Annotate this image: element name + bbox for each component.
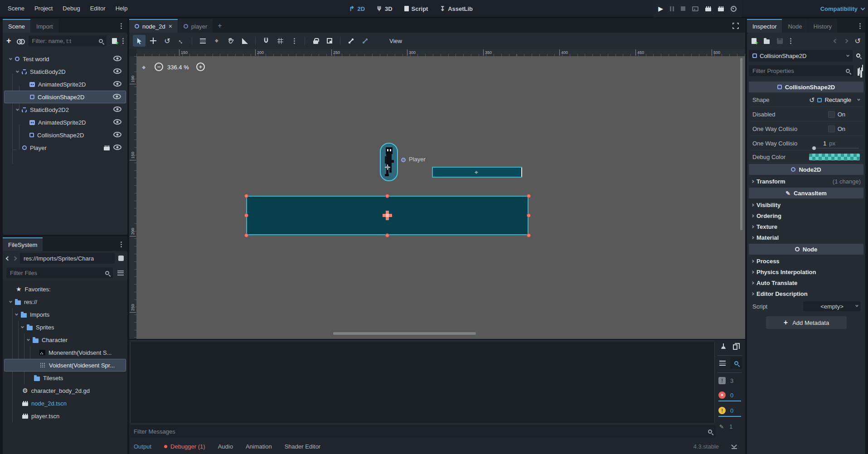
shape-handle[interactable] bbox=[527, 213, 531, 217]
save-resource-button[interactable] bbox=[777, 38, 783, 44]
tab-assetlib[interactable]: ↧AssetLib bbox=[440, 5, 473, 12]
play-current-scene-button[interactable] bbox=[705, 6, 711, 11]
disabled-checkbox[interactable] bbox=[828, 111, 835, 118]
tab-node[interactable]: Node bbox=[782, 19, 807, 33]
tab-scene[interactable]: Scene bbox=[3, 19, 30, 33]
tree-row-test-world[interactable]: Test world bbox=[4, 53, 126, 65]
tab-node2d-scene[interactable]: node_2d × bbox=[129, 19, 178, 33]
group-material[interactable]: Material bbox=[749, 232, 863, 243]
group-physics-interpolation[interactable]: Physics Interpolation bbox=[749, 266, 863, 277]
fs-row-voidsent-selected[interactable]: Voidsent(Voidesent Spr... bbox=[4, 359, 126, 372]
tree-row-collisionshape2d-2[interactable]: CollisionShape2D bbox=[4, 129, 126, 141]
sort-files-icon[interactable] bbox=[117, 270, 124, 275]
center-view-icon[interactable]: ⌖ bbox=[142, 63, 145, 72]
skeleton-bone-icon[interactable] bbox=[344, 35, 357, 47]
canvas[interactable]: ⌖ − 336.4 % + bbox=[136, 56, 745, 339]
skeleton-options-icon[interactable] bbox=[359, 35, 371, 47]
dock-menu-icon[interactable] bbox=[121, 25, 122, 27]
collapse-chevron-icon[interactable] bbox=[9, 57, 12, 60]
pause-button[interactable] bbox=[670, 6, 674, 11]
tab-import[interactable]: Import bbox=[31, 19, 58, 33]
toggle-split-mode-button[interactable] bbox=[118, 256, 124, 261]
group-editor-description[interactable]: Editor Description bbox=[749, 288, 863, 299]
ruler-tool[interactable] bbox=[238, 35, 251, 47]
zoom-out-button[interactable]: − bbox=[155, 63, 163, 71]
chevron-down-icon[interactable] bbox=[857, 98, 860, 101]
tree-row-staticbody2d2[interactable]: StaticBody2D2 bbox=[4, 103, 126, 116]
movie-maker-icon[interactable] bbox=[731, 6, 737, 12]
fs-row-imports[interactable]: Imports bbox=[4, 308, 126, 321]
collapse-chevron-icon[interactable] bbox=[27, 338, 30, 341]
margin-value[interactable]: 1 bbox=[823, 140, 826, 147]
select-tool[interactable] bbox=[133, 35, 145, 47]
collapse-chevron-icon[interactable] bbox=[15, 312, 18, 315]
collapse-duplicates-icon[interactable] bbox=[719, 361, 726, 366]
fs-row-sprites[interactable]: Sprites bbox=[4, 321, 126, 333]
nav-forward-icon[interactable] bbox=[13, 256, 17, 261]
stop-button[interactable] bbox=[681, 6, 685, 11]
view-menu[interactable]: View bbox=[385, 36, 407, 46]
visibility-eye-icon[interactable] bbox=[113, 145, 121, 150]
smart-snap-toggle[interactable] bbox=[260, 35, 272, 47]
object-history-icon[interactable]: ↺ bbox=[855, 37, 861, 45]
visibility-eye-icon[interactable] bbox=[113, 81, 121, 87]
error-count-toggle[interactable]: ✕0 bbox=[718, 391, 741, 401]
tab-player-scene[interactable]: player bbox=[178, 19, 213, 33]
search-toggle-active[interactable] bbox=[730, 357, 742, 369]
fs-row-player-tscn[interactable]: player.tscn bbox=[4, 410, 126, 422]
scene-filter-input[interactable]: Filter: name, t:t bbox=[29, 35, 107, 46]
open-docs-icon[interactable] bbox=[856, 52, 863, 59]
rotate-tool[interactable]: ↺ bbox=[161, 35, 174, 47]
tab-output[interactable]: Output bbox=[134, 443, 151, 450]
dock-menu-icon[interactable] bbox=[121, 244, 122, 245]
tree-row-animatedsprite2d[interactable]: AnimatedSprite2D bbox=[4, 78, 126, 91]
nav-back-icon[interactable] bbox=[6, 256, 10, 261]
tab-script[interactable]: Script bbox=[404, 5, 428, 12]
tab-inspector[interactable]: Inspector bbox=[747, 19, 782, 33]
visibility-eye-icon[interactable] bbox=[113, 94, 121, 99]
object-selector-dropdown[interactable]: CollisionShape2D bbox=[749, 50, 853, 62]
player-capsule-shape[interactable] bbox=[380, 143, 398, 181]
move-tool[interactable] bbox=[147, 35, 160, 47]
group-visibility[interactable]: Visibility bbox=[749, 199, 863, 210]
clear-messages-icon[interactable] bbox=[720, 343, 727, 350]
shape-handle[interactable] bbox=[385, 194, 389, 198]
shape-handle[interactable] bbox=[244, 233, 248, 237]
menu-debug[interactable]: Debug bbox=[58, 0, 85, 17]
group-ordering[interactable]: Ordering bbox=[749, 210, 863, 221]
new-resource-button[interactable] bbox=[752, 38, 756, 44]
group-process[interactable]: Process bbox=[749, 256, 863, 266]
instance-scene-button[interactable] bbox=[17, 39, 23, 43]
revert-icon[interactable]: ↺ bbox=[809, 96, 815, 104]
horizontal-scrollbar[interactable] bbox=[333, 332, 476, 335]
group-selected-button[interactable] bbox=[323, 35, 336, 47]
script-dropdown[interactable]: <empty> bbox=[803, 301, 861, 311]
dock-menu-icon[interactable] bbox=[859, 25, 861, 27]
collapse-chevron-icon[interactable] bbox=[16, 107, 19, 111]
add-node-button[interactable]: + bbox=[6, 36, 11, 46]
renderer-selector[interactable]: Compatibility bbox=[820, 0, 864, 17]
history-back-icon[interactable] bbox=[833, 39, 838, 43]
property-tools-icon[interactable] bbox=[858, 68, 863, 74]
add-metadata-button[interactable]: + Add Metadata bbox=[766, 316, 847, 329]
tab-3d[interactable]: ⋔3D bbox=[377, 5, 392, 12]
one-way-collision-checkbox[interactable] bbox=[828, 126, 835, 132]
shape-value[interactable]: Rectangle bbox=[824, 97, 851, 103]
play-remote-icon[interactable]: ▸ bbox=[692, 6, 698, 11]
list-select-tool[interactable] bbox=[196, 35, 209, 47]
shape-handle[interactable] bbox=[385, 233, 389, 237]
tree-row-collisionshape2d-selected[interactable]: CollisionShape2D bbox=[4, 91, 126, 103]
new-tab-button[interactable]: + bbox=[218, 22, 222, 30]
expand-viewport-icon[interactable] bbox=[732, 23, 739, 29]
visibility-eye-icon[interactable] bbox=[113, 56, 121, 61]
shape-handle[interactable] bbox=[244, 213, 248, 217]
vertical-scrollbar[interactable] bbox=[740, 58, 742, 230]
menu-editor[interactable]: Editor bbox=[85, 0, 111, 17]
debug-color-swatch[interactable] bbox=[809, 154, 860, 160]
platform-shape-small[interactable]: ⌖ bbox=[432, 167, 522, 178]
move-panel-up-icon[interactable] bbox=[732, 444, 737, 449]
fs-row-res[interactable]: res:// bbox=[4, 295, 126, 308]
shape-handle[interactable] bbox=[244, 194, 248, 198]
zoom-in-button[interactable]: + bbox=[196, 63, 205, 71]
filter-properties-input[interactable]: Filter Properties bbox=[749, 65, 853, 76]
